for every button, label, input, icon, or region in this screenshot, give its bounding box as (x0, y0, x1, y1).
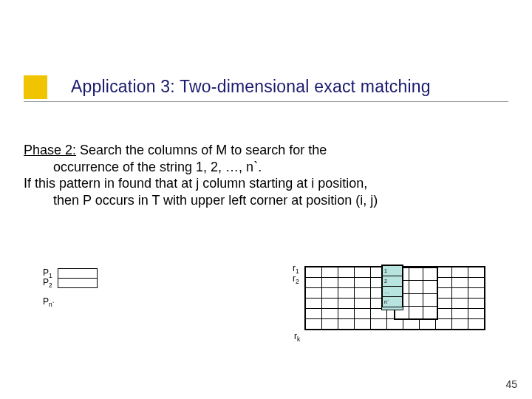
p-box-1 (58, 268, 98, 279)
body-line-2: occurrence of the string 1, 2, …, n`. (24, 159, 497, 176)
title-wrap: Application 3: Two-dimensional exact mat… (71, 77, 514, 97)
body-text: Phase 2: Search the columns of M to sear… (24, 142, 497, 208)
slide-title: Application 3: Two-dimensional exact mat… (71, 77, 514, 97)
p-box-2 (58, 278, 98, 288)
highlight-column: 1 2 … n` (381, 265, 403, 310)
body-line-3: If this pattern in found that at j colum… (24, 175, 497, 192)
hi-cell-1: 1 (383, 266, 403, 276)
hi-cell-2: 2 (383, 276, 403, 287)
body-line-1: Phase 2: Search the columns of M to sear… (24, 142, 497, 159)
r2-label: r2 (293, 273, 299, 285)
hi-cell-4: n` (383, 297, 403, 307)
body-line-4: then P occurs in T with upper left corne… (24, 192, 497, 209)
hi-cell-3: … (383, 287, 403, 297)
page-number: 45 (505, 378, 517, 390)
phase-label: Phase 2: (24, 143, 76, 157)
accent-block (24, 75, 47, 99)
rk-label: rk (294, 331, 300, 343)
body-line-1-rest: Search the columns of M to search for th… (76, 143, 327, 157)
p2-label: P2 (43, 277, 52, 289)
pn-label: Pn` (43, 296, 54, 308)
title-underline (24, 101, 508, 102)
